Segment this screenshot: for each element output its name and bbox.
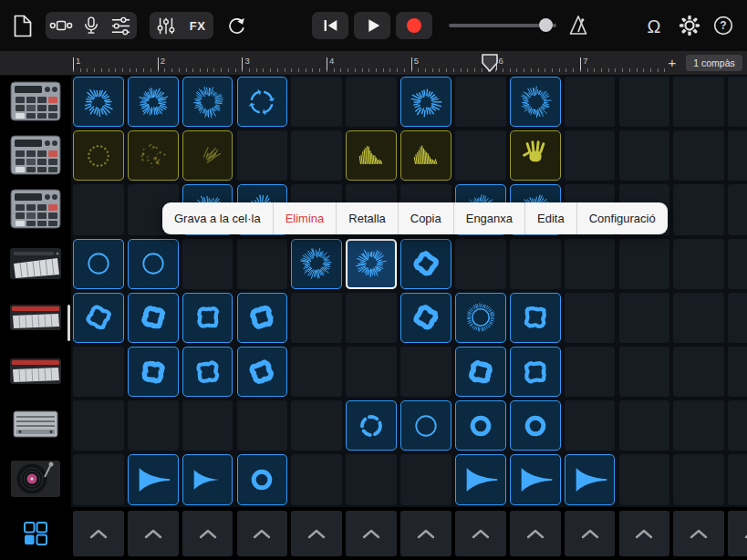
empty-cell-r7-c12[interactable] — [728, 454, 747, 504]
empty-cell-r3-c9[interactable] — [565, 239, 616, 289]
track-header-stage-keyboard-2[interactable] — [7, 349, 64, 395]
empty-cell-r4-c5[interactable] — [346, 293, 397, 343]
empty-cell-r7-c10[interactable] — [619, 454, 670, 504]
column-trigger-10[interactable] — [565, 511, 616, 556]
empty-cell-r1-c4[interactable] — [291, 130, 342, 181]
playhead[interactable] — [481, 53, 499, 73]
loop-cell-r5-c3[interactable] — [237, 347, 288, 397]
empty-cell-r7-c11[interactable] — [673, 454, 724, 504]
empty-cell-r6-c3[interactable] — [237, 400, 288, 451]
column-trigger-2[interactable] — [128, 511, 179, 556]
loop-cell-r0-c3[interactable] — [237, 77, 288, 127]
loop-cell-r4-c2[interactable] — [182, 293, 233, 343]
empty-cell-r5-c10[interactable] — [619, 347, 670, 397]
column-trigger-12[interactable] — [673, 511, 724, 556]
loop-cell-r4-c6[interactable] — [400, 293, 451, 343]
empty-cell-r1-c12[interactable] — [728, 130, 747, 181]
empty-cell-r7-c4[interactable] — [291, 454, 342, 504]
empty-cell-r0-c10[interactable] — [619, 77, 670, 127]
loop-cell-r7-c3[interactable] — [237, 454, 288, 504]
track-header-turntable[interactable] — [7, 457, 64, 503]
empty-cell-r1-c9[interactable] — [565, 130, 616, 181]
cell-edit-mode-button[interactable] — [0, 507, 71, 560]
empty-cell-r5-c12[interactable] — [728, 347, 747, 397]
fx-controls-button[interactable] — [150, 12, 182, 39]
empty-cell-r1-c3[interactable] — [237, 130, 288, 181]
column-trigger-11[interactable] — [619, 511, 670, 556]
loop-cell-r0-c1[interactable] — [128, 77, 179, 127]
track-header-keyboard[interactable] — [7, 242, 64, 287]
loop-cell-r7-c9[interactable] — [565, 454, 616, 504]
loop-cell-r7-c8[interactable] — [510, 454, 561, 504]
track-header-drum-machine-3[interactable] — [7, 187, 64, 233]
empty-cell-r1-c10[interactable] — [619, 130, 670, 181]
loop-cell-r3-c1[interactable] — [128, 239, 179, 289]
loop-cell-r0-c0[interactable] — [73, 77, 124, 127]
empty-cell-r6-c0[interactable] — [73, 400, 124, 451]
empty-cell-r1-c7[interactable] — [455, 130, 506, 181]
empty-cell-r2-c12[interactable] — [728, 184, 747, 234]
empty-cell-r0-c7[interactable] — [455, 77, 506, 127]
loop-cell-r7-c7[interactable] — [455, 454, 506, 504]
undo-button[interactable] — [224, 14, 248, 37]
menu-item-elimina[interactable]: Elimina — [273, 202, 337, 234]
track-header-drum-machine-1[interactable] — [7, 79, 64, 125]
column-trigger-8[interactable] — [455, 511, 506, 556]
cells-view-button[interactable] — [46, 12, 76, 39]
go-to-beginning-button[interactable] — [312, 12, 348, 39]
loop-cell-r1-c1[interactable] — [128, 130, 179, 181]
empty-cell-r5-c6[interactable] — [400, 347, 451, 397]
menu-item-grava-a-la-cel-la[interactable]: Grava a la cel·la — [162, 202, 273, 234]
loop-cell-r1-c2[interactable] — [182, 130, 233, 181]
empty-cell-r1-c11[interactable] — [673, 130, 724, 181]
empty-cell-r0-c4[interactable] — [291, 77, 342, 127]
loop-cell-r1-c5[interactable] — [346, 130, 397, 181]
loop-cell-r1-c6[interactable] — [400, 130, 451, 181]
loop-cell-r5-c1[interactable] — [128, 347, 179, 397]
empty-cell-r3-c8[interactable] — [510, 239, 561, 289]
help-button[interactable]: ? — [711, 14, 735, 37]
add-bars-button[interactable]: + — [663, 54, 681, 71]
loop-cell-r6-c6[interactable] — [400, 400, 451, 451]
loop-length-badge[interactable]: 1 compàs — [686, 55, 742, 71]
loop-cell-r0-c2[interactable] — [182, 77, 233, 127]
loop-cell-r7-c1[interactable] — [128, 454, 179, 504]
selected-loop-cell-r3-c5[interactable] — [346, 239, 397, 289]
loop-cell-r6-c8[interactable] — [510, 400, 561, 451]
loop-cell-r4-c0[interactable] — [73, 293, 124, 343]
empty-cell-r4-c10[interactable] — [619, 293, 670, 343]
loop-cell-r6-c5[interactable] — [346, 400, 397, 451]
empty-cell-r3-c2[interactable] — [182, 239, 233, 289]
empty-cell-r7-c5[interactable] — [346, 454, 397, 504]
empty-cell-r5-c5[interactable] — [346, 347, 397, 397]
play-button[interactable] — [354, 12, 390, 39]
column-trigger-7[interactable] — [400, 511, 451, 556]
empty-cell-r0-c12[interactable] — [728, 77, 747, 127]
loop-cell-r6-c7[interactable] — [455, 400, 506, 451]
loop-cell-r5-c8[interactable] — [510, 347, 561, 397]
empty-cell-r6-c4[interactable] — [291, 400, 342, 451]
empty-cell-r6-c2[interactable] — [182, 400, 233, 451]
empty-cell-r5-c0[interactable] — [73, 347, 124, 397]
empty-cell-r4-c4[interactable] — [291, 293, 342, 343]
column-trigger-3[interactable] — [182, 511, 233, 556]
empty-cell-r3-c7[interactable] — [455, 239, 506, 289]
empty-cell-r0-c9[interactable] — [565, 77, 616, 127]
empty-cell-r0-c5[interactable] — [346, 77, 397, 127]
empty-cell-r6-c10[interactable] — [619, 400, 670, 451]
audio-input-button[interactable] — [76, 12, 106, 39]
menu-item-edita[interactable]: Edita — [524, 202, 576, 234]
empty-cell-r6-c9[interactable] — [565, 400, 616, 451]
empty-cell-r7-c6[interactable] — [400, 454, 451, 504]
loop-cell-r4-c1[interactable] — [128, 293, 179, 343]
empty-cell-r6-c1[interactable] — [128, 400, 179, 451]
empty-cell-r3-c3[interactable] — [237, 239, 288, 289]
track-header-drum-machine-2[interactable] — [7, 133, 64, 179]
empty-cell-r3-c10[interactable] — [619, 239, 670, 289]
menu-item-copia[interactable]: Copia — [398, 202, 453, 234]
empty-cell-r6-c12[interactable] — [728, 400, 747, 451]
loop-cell-r1-c0[interactable] — [73, 130, 124, 181]
menu-item-retalla[interactable]: Retalla — [336, 202, 397, 234]
loop-cell-r0-c6[interactable] — [400, 77, 451, 127]
fx-button[interactable]: FX — [182, 12, 213, 39]
